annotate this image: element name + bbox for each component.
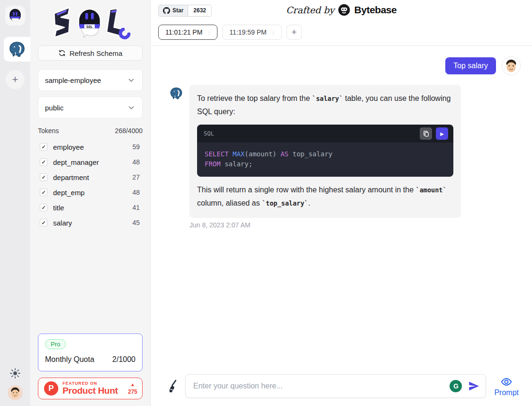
table-name: dept_manager xyxy=(53,158,126,166)
left-rail: + xyxy=(0,0,30,406)
sidebar: SQL Refresh Schema sample-employee publi… xyxy=(30,0,151,406)
table-token-count: 27 xyxy=(132,173,140,181)
product-hunt-badge[interactable]: P FEATURED ON Product Hunt ▲ 275 xyxy=(38,378,143,399)
tab-active-conversation[interactable]: 11:01:21 PM ⋮ xyxy=(158,25,217,40)
chevron-down-icon xyxy=(127,76,135,84)
table-name: department xyxy=(53,173,126,181)
question-input-box: G xyxy=(185,374,486,398)
user-face-icon xyxy=(8,385,23,400)
upvote-value: 275 xyxy=(128,388,137,395)
check-icon: ✓ xyxy=(41,159,45,165)
run-query-button[interactable]: ▶ xyxy=(436,127,448,140)
table-token-count: 45 xyxy=(132,219,140,226)
pro-plan-badge: Pro xyxy=(45,339,66,349)
eye-icon xyxy=(500,376,513,388)
svg-text:SQL: SQL xyxy=(86,25,93,29)
chevron-down-icon xyxy=(127,103,135,112)
new-conversation-button[interactable]: + xyxy=(287,25,302,40)
tab-menu-icon[interactable]: ⋮ xyxy=(271,29,277,36)
code-block-header: SQL ▶ xyxy=(197,125,453,143)
broom-icon xyxy=(167,379,179,393)
upvote-count: ▲ 275 xyxy=(128,382,137,395)
star-count: 2632 xyxy=(188,5,211,16)
code-content: SELECT MAX(amount) AS top_salaryFROM sal… xyxy=(197,143,453,177)
sql-code-block: SQL ▶ xyxy=(197,125,453,177)
chat-area: Top salary To retrieve the top salary xyxy=(151,46,532,374)
rail-bottom xyxy=(8,368,23,406)
schema-select[interactable]: public xyxy=(38,97,143,118)
table-row-salary[interactable]: ✓ salary 45 xyxy=(30,215,150,230)
tokens-label: Tokens xyxy=(38,127,59,135)
checkbox-checked[interactable]: ✓ xyxy=(40,189,47,196)
sqlchat-logo: SQL xyxy=(30,0,150,42)
upvote-icon: ▲ xyxy=(130,382,135,387)
checkbox-checked[interactable]: ✓ xyxy=(40,173,47,181)
tab-label: 11:19:59 PM xyxy=(229,28,266,36)
database-select[interactable]: sample-employee xyxy=(38,69,143,91)
check-icon: ✓ xyxy=(41,189,45,196)
github-icon xyxy=(163,7,170,14)
theme-toggle-button[interactable] xyxy=(10,368,20,379)
postgresql-icon xyxy=(9,41,26,58)
crafted-by-bytebase-link[interactable]: Crafted by Bytebase xyxy=(286,4,397,16)
product-hunt-label: Product Hunt xyxy=(63,386,124,396)
table-token-count: 59 xyxy=(132,143,140,151)
assistant-message-row: To retrieve the top salary from the `sal… xyxy=(170,85,521,218)
assistant-paragraph: To retrieve the top salary from the `sal… xyxy=(197,92,453,118)
send-icon xyxy=(468,380,480,392)
copy-icon xyxy=(423,130,430,137)
checkbox-checked[interactable]: ✓ xyxy=(40,158,47,166)
copy-code-button[interactable] xyxy=(420,127,432,140)
table-row-dept-emp[interactable]: ✓ dept_emp 48 xyxy=(30,185,150,200)
bytebase-logo-icon xyxy=(338,4,351,16)
refresh-schema-button[interactable]: Refresh Schema xyxy=(38,45,143,61)
table-token-count: 41 xyxy=(132,204,140,211)
table-row-dept-manager[interactable]: ✓ dept_manager 48 xyxy=(30,154,150,170)
crafted-by-label: Crafted by xyxy=(286,5,334,15)
robot-icon xyxy=(7,8,23,24)
quota-card: Pro Monthly Quota 2/1000 xyxy=(38,334,143,371)
checkbox-checked[interactable]: ✓ xyxy=(40,219,47,226)
add-connection-button[interactable]: + xyxy=(6,70,25,89)
table-row-department[interactable]: ✓ department 27 xyxy=(30,170,150,185)
question-input[interactable] xyxy=(193,382,444,390)
tokens-row: Tokens 268/4000 xyxy=(38,127,143,135)
user-profile-avatar[interactable] xyxy=(8,385,23,400)
play-icon: ▶ xyxy=(440,131,444,136)
main-area: Star 2632 Crafted by Bytebase 11:01:21 P… xyxy=(151,0,532,406)
send-button[interactable] xyxy=(468,380,480,392)
checkbox-checked[interactable]: ✓ xyxy=(40,204,47,211)
checkbox-checked[interactable]: ✓ xyxy=(40,143,47,151)
tab-inactive-conversation[interactable]: 11:19:59 PM ⋮ xyxy=(222,25,281,40)
message-timestamp: Jun 8, 2023 2:07 AM xyxy=(189,221,521,229)
tab-label: 11:01:21 PM xyxy=(165,28,202,36)
connection-item-postgres[interactable] xyxy=(4,37,30,62)
check-icon: ✓ xyxy=(41,144,45,150)
database-select-value: sample-employee xyxy=(45,76,101,84)
check-icon: ✓ xyxy=(41,205,45,211)
table-name: salary xyxy=(53,219,126,227)
clear-conversation-button[interactable] xyxy=(167,379,179,393)
conversation-tabs: 11:01:21 PM ⋮ 11:19:59 PM ⋮ + xyxy=(151,21,532,46)
check-icon: ✓ xyxy=(41,220,45,226)
table-token-count: 48 xyxy=(132,189,140,196)
table-row-employee[interactable]: ✓ employee 59 xyxy=(30,139,150,154)
sun-icon xyxy=(10,368,20,379)
tab-menu-icon[interactable]: ⋮ xyxy=(206,29,212,36)
sqlchat-bot-avatar[interactable] xyxy=(5,6,25,26)
product-hunt-logo-icon: P xyxy=(44,381,58,396)
github-star-button[interactable]: Star 2632 xyxy=(158,5,212,17)
prompt-button[interactable]: Prompt xyxy=(492,376,521,397)
grammarly-icon[interactable]: G xyxy=(450,380,462,392)
tokens-value: 268/4000 xyxy=(115,127,143,135)
refresh-schema-label: Refresh Schema xyxy=(70,49,123,57)
table-token-count: 48 xyxy=(132,158,140,166)
code-language-label: SQL xyxy=(204,127,214,140)
top-bar: Star 2632 Crafted by Bytebase xyxy=(151,0,532,21)
table-row-title[interactable]: ✓ title 41 xyxy=(30,200,150,215)
table-name: employee xyxy=(53,143,126,151)
check-icon: ✓ xyxy=(41,174,45,180)
postgresql-avatar-icon xyxy=(170,87,183,100)
user-face-icon xyxy=(502,57,520,75)
user-message-row: Top salary xyxy=(170,56,521,75)
